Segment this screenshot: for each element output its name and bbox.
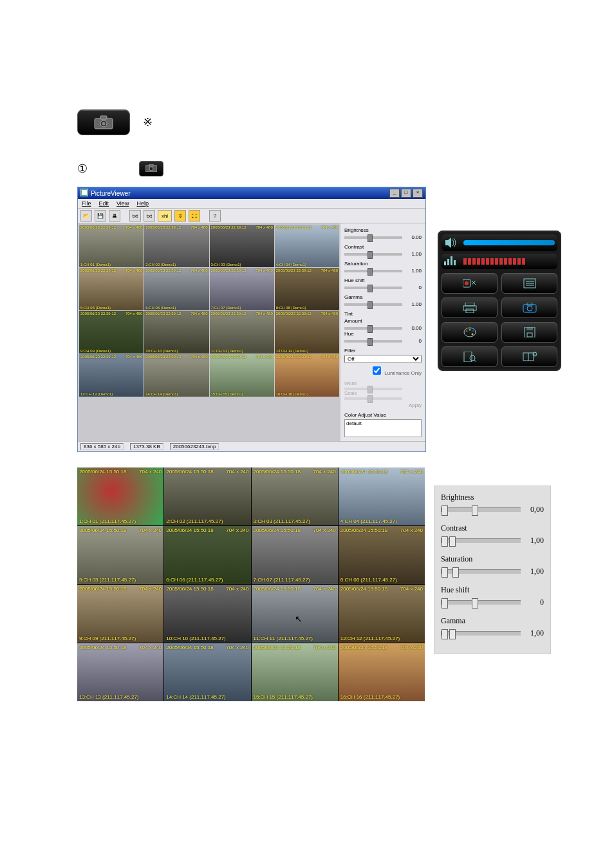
cav-box[interactable]: default <box>344 419 422 437</box>
camera-cell[interactable]: 2005/06/24 15:50:18704 x 24016:CH 16 (21… <box>339 643 425 701</box>
camera-cell[interactable]: 2005/06/24 15:50:18704 x 24010:CH 10 (21… <box>164 585 250 643</box>
channel-label: 4:CH 04 (Demo1) <box>276 263 306 267</box>
help-icon[interactable]: ? <box>209 210 221 222</box>
resolution: 704 x 480 <box>191 312 207 316</box>
filter-select[interactable]: Off <box>344 355 422 363</box>
thumbnail-grid: 2005/06/23 22:39:12704 x 4801:CH 01 (Dem… <box>78 223 340 441</box>
hue shift-slider[interactable] <box>344 287 402 289</box>
luminance-label: Luminance Only <box>384 370 422 376</box>
resolution: 704 x 480 <box>256 225 272 229</box>
txt2-button[interactable]: txt <box>144 210 155 222</box>
camera-cell[interactable]: 2005/06/24 15:50:18704 x 24011:CH 11 (21… <box>252 585 338 643</box>
camera-cell[interactable]: 2005/06/24 15:50:18704 x 2406:CH 06 (211… <box>164 526 250 584</box>
timestamp: 2005/06/23 22:39:12 <box>211 355 247 359</box>
fit-icon[interactable]: ⛶ <box>189 210 200 222</box>
open-icon[interactable]: 📂 <box>80 210 92 222</box>
thumbnail-cell[interactable]: 2005/06/23 22:39:12704 x 48014:CH 14 (De… <box>144 354 209 397</box>
capture-button[interactable] <box>501 297 557 318</box>
menu-file[interactable]: File <box>82 200 91 207</box>
contrast-slider[interactable] <box>344 253 402 256</box>
capture-button-large[interactable] <box>77 109 130 135</box>
svg-point-3 <box>102 122 106 126</box>
record-settings-button[interactable] <box>442 273 498 294</box>
saturation-slider[interactable] <box>344 270 402 272</box>
menu-view[interactable]: View <box>116 200 129 207</box>
thumbnail-cell[interactable]: 2005/06/23 22:39:12704 x 48016:CH 16 (De… <box>275 354 339 397</box>
save-button[interactable] <box>501 322 557 343</box>
camera-cell[interactable]: 2005/06/24 15:50:18704 x 24015:CH 15 (21… <box>252 643 338 701</box>
svg-point-30 <box>471 334 473 335</box>
thumbnail-cell[interactable]: 2005/06/23 22:39:12704 x 4809:CH 09 (Dem… <box>79 311 144 354</box>
fit-vertical-icon[interactable]: ⇕ <box>174 210 186 222</box>
record-wrench-icon <box>463 278 477 288</box>
close-button[interactable]: × <box>413 189 423 198</box>
timestamp: 2005/06/24 15:50:18 <box>254 527 301 533</box>
timestamp: 2005/06/24 15:50:18 <box>254 645 301 650</box>
brightness-slider[interactable] <box>441 507 521 512</box>
menu-edit[interactable]: Edit <box>99 200 109 207</box>
apply-button[interactable]: Apply <box>344 402 422 408</box>
camera-cell[interactable]: 2005/06/24 15:50:18704 x 2404:CH 04 (211… <box>339 467 425 525</box>
timestamp: 2005/06/24 15:50:18 <box>340 586 387 592</box>
saturation-slider[interactable] <box>441 569 521 574</box>
camera-cell[interactable]: 2005/06/24 15:50:18704 x 2409:CH 09 (211… <box>77 585 163 643</box>
volume-slider[interactable] <box>463 240 555 245</box>
search-button[interactable] <box>442 346 498 367</box>
print-icon[interactable]: 🖶 <box>109 210 120 222</box>
channel-label: 15:CH 15 (Demo1) <box>211 392 243 396</box>
txt3-button[interactable]: xhl <box>158 210 172 222</box>
thumbnail-cell[interactable]: 2005/06/23 22:39:12704 x 4808:CH 08 (Dem… <box>275 268 339 310</box>
minimize-button[interactable]: _ <box>389 189 400 198</box>
timestamp: 2005/06/24 15:50:18 <box>166 527 213 533</box>
thumbnail-cell[interactable]: 2005/06/23 22:39:12704 x 48010:CH 10 (De… <box>144 311 209 354</box>
menu-help[interactable]: Help <box>136 200 149 207</box>
thumbnail-cell[interactable]: 2005/06/23 22:39:12704 x 48015:CH 15 (De… <box>210 354 274 397</box>
thumbnail-cell[interactable]: 2005/06/23 22:39:12704 x 4801:CH 01 (Dem… <box>79 225 144 267</box>
thumbnail-cell[interactable]: 2005/06/23 22:39:12704 x 48012:CH 12 (De… <box>275 311 339 354</box>
capture-button-small[interactable] <box>139 161 163 176</box>
maximize-button[interactable]: □ <box>401 189 411 198</box>
thumbnail-cell[interactable]: 2005/06/23 22:39:12704 x 48013:CH 13 (De… <box>79 354 144 397</box>
resolution: 704 x 240 <box>226 645 248 650</box>
channel-label: 4:CH 04 (211.117.45.27) <box>340 518 397 524</box>
camera-cell[interactable]: 2005/06/24 15:50:18704 x 24012:CH 12 (21… <box>339 585 425 643</box>
save-icon[interactable]: 💾 <box>95 210 106 222</box>
camera-cell[interactable]: 2005/06/24 15:50:18704 x 2401:CH 01 (211… <box>77 467 163 525</box>
tint-amount-slider[interactable] <box>344 327 402 330</box>
camera-cell[interactable]: 2005/06/24 15:50:18704 x 2405:CH 05 (211… <box>77 526 163 584</box>
camera-cell[interactable]: 2005/06/24 15:50:18704 x 2407:CH 07 (211… <box>252 526 338 584</box>
gamma-slider[interactable] <box>441 631 521 636</box>
camera-cell[interactable]: 2005/06/24 15:50:18704 x 24013:CH 13 (21… <box>77 643 163 701</box>
print-button[interactable] <box>442 297 498 318</box>
hue-shift-slider[interactable] <box>441 600 521 605</box>
resolution: 704 x 240 <box>400 586 423 592</box>
window-titlebar[interactable]: PictureViewer _ □ × <box>78 187 425 199</box>
thumbnail-cell[interactable]: 2005/06/23 22:39:12704 x 48011:CH 11 (De… <box>210 311 274 354</box>
speaker-icon[interactable] <box>444 237 460 249</box>
thumbnail-cell[interactable]: 2005/06/23 22:39:12704 x 4802:CH 02 (Dem… <box>144 225 209 267</box>
info-button[interactable]: i <box>501 346 557 367</box>
slider-label: Hue shift <box>344 278 422 283</box>
thumbnail-cell[interactable]: 2005/06/23 22:39:12704 x 4805:CH 05 (Dem… <box>79 268 144 310</box>
channel-label: 16:CH 16 (Demo1) <box>276 392 308 396</box>
brightness-slider[interactable] <box>344 236 402 239</box>
svg-rect-5 <box>149 164 153 166</box>
camera-cell[interactable]: 2005/06/24 15:50:18704 x 2402:CH 02 (211… <box>164 467 250 525</box>
tint-hue-slider[interactable] <box>344 340 402 343</box>
color-button[interactable] <box>442 322 498 343</box>
slider-label: Gamma <box>441 616 544 626</box>
camera-cell[interactable]: 2005/06/24 15:50:18704 x 2408:CH 08 (211… <box>339 526 425 584</box>
luminance-checkbox[interactable] <box>373 366 381 375</box>
thumbnail-cell[interactable]: 2005/06/23 22:39:12704 x 4804:CH 04 (Dem… <box>275 225 339 267</box>
slider-value: 0 <box>405 285 422 290</box>
log-button[interactable] <box>501 273 557 294</box>
camera-cell[interactable]: 2005/06/24 15:50:18704 x 2403:CH 03 (211… <box>252 467 338 525</box>
timestamp: 2005/06/23 22:39:12 <box>145 355 181 359</box>
gamma-slider[interactable] <box>344 303 402 306</box>
thumbnail-cell[interactable]: 2005/06/23 22:39:12704 x 4803:CH 03 (Dem… <box>210 225 274 267</box>
camera-cell[interactable]: 2005/06/24 15:50:18704 x 24014:CH 14 (21… <box>164 643 250 701</box>
txt1-button[interactable]: txt <box>129 210 141 222</box>
thumbnail-cell[interactable]: 2005/06/23 22:39:12704 x 4807:CH 07 (Dem… <box>210 268 274 310</box>
contrast-slider[interactable] <box>441 538 521 543</box>
thumbnail-cell[interactable]: 2005/06/23 22:39:12704 x 4806:CH 06 (Dem… <box>144 268 209 310</box>
